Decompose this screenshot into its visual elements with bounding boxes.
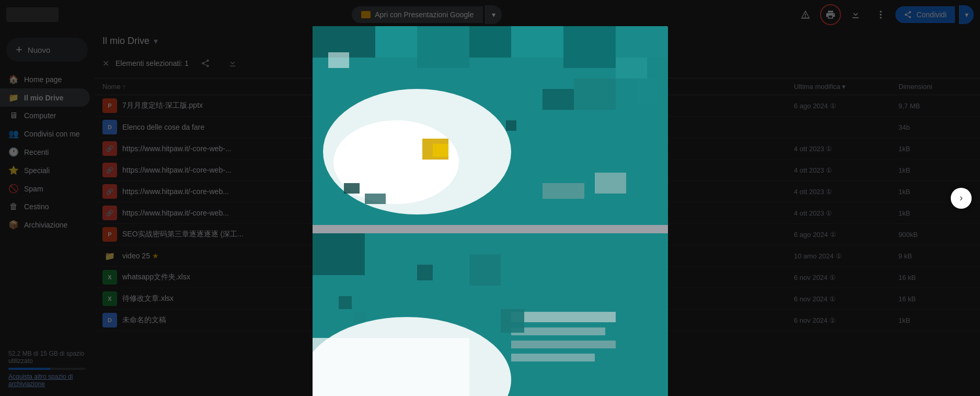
svg-rect-9 xyxy=(511,26,563,58)
svg-rect-17 xyxy=(574,78,616,110)
svg-rect-16 xyxy=(543,89,574,110)
svg-rect-34 xyxy=(511,341,616,348)
svg-rect-15 xyxy=(433,144,448,157)
svg-rect-39 xyxy=(354,312,365,322)
svg-rect-24 xyxy=(637,78,658,105)
svg-rect-6 xyxy=(375,26,417,58)
svg-rect-37 xyxy=(417,265,433,280)
slide-preview-1 xyxy=(313,26,668,225)
svg-rect-36 xyxy=(501,309,524,333)
svg-rect-20 xyxy=(344,183,360,194)
svg-rect-11 xyxy=(616,26,668,58)
svg-rect-22 xyxy=(506,120,516,131)
svg-rect-29 xyxy=(313,338,469,396)
svg-rect-33 xyxy=(511,327,605,335)
svg-rect-30 xyxy=(313,233,365,275)
svg-rect-31 xyxy=(469,254,501,286)
svg-rect-35 xyxy=(511,354,595,361)
svg-rect-19 xyxy=(543,183,584,199)
svg-rect-23 xyxy=(616,58,647,78)
svg-rect-7 xyxy=(417,26,469,68)
slide-svg-1 xyxy=(313,26,668,225)
svg-rect-25 xyxy=(328,52,349,68)
svg-rect-38 xyxy=(339,296,352,309)
svg-rect-21 xyxy=(365,194,386,204)
svg-rect-8 xyxy=(469,26,511,58)
svg-rect-18 xyxy=(595,173,626,194)
slide-preview-modal xyxy=(313,26,668,396)
slide-svg-2 xyxy=(313,233,668,396)
modal-overlay[interactable]: › xyxy=(0,0,980,396)
slide-preview-2 xyxy=(313,233,668,396)
svg-rect-10 xyxy=(563,26,616,68)
next-slide-button[interactable]: › xyxy=(951,188,972,209)
svg-rect-32 xyxy=(511,312,616,322)
slide-separator xyxy=(313,225,668,233)
